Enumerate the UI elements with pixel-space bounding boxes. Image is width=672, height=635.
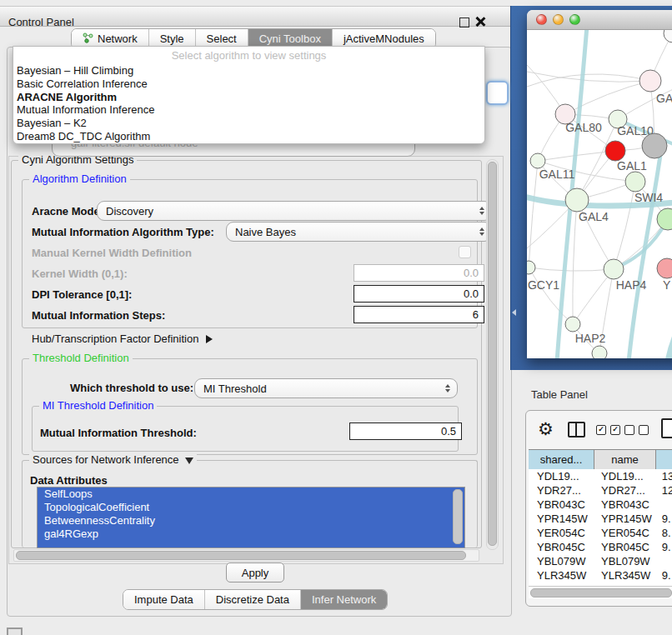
algorithm-option[interactable]: Mutual Information Inference — [13, 103, 484, 117]
expander-arrow-icon — [206, 335, 213, 343]
network-node[interactable] — [642, 133, 667, 158]
table-cell: YBR043C — [595, 498, 656, 512]
mi-type-select[interactable]: Naive Bayes — [226, 222, 492, 242]
kernel-width-field[interactable]: 0.0 — [354, 264, 484, 282]
table-panel: ⚙ ✓✓ shared...nameA YDL19...YDL19...13YD… — [525, 410, 672, 607]
column-header[interactable]: shared... — [529, 450, 594, 469]
table-cell: YBR045C — [595, 540, 656, 554]
minimized-panel-icon[interactable] — [7, 628, 23, 635]
table-cell — [656, 554, 672, 568]
table-row[interactable]: YPR145WYPR145W9. — [529, 512, 672, 526]
network-node-gal4[interactable] — [565, 188, 589, 212]
float-panel-icon[interactable] — [459, 18, 469, 28]
combo-stepper-icon — [479, 228, 484, 236]
network-node-gcy1[interactable] — [527, 261, 535, 274]
cyni-bottom-tabs: Impute DataDiscretize DataInfer Network — [123, 589, 388, 610]
network-node[interactable] — [592, 346, 607, 358]
table-cell: YDR27... — [595, 483, 656, 498]
manual-kernel-checkbox[interactable] — [459, 246, 471, 258]
table-row[interactable]: YBR043CYBR043C — [529, 498, 672, 512]
network-canvas[interactable]: GALGAL80GAL10GAL1GAL11SWI4GAL4GCY1HAP4YH… — [527, 30, 672, 358]
column-header[interactable]: name — [594, 450, 656, 469]
table-hscrollbar[interactable] — [529, 586, 672, 598]
aracne-mode-select[interactable]: Discovery — [97, 201, 492, 221]
settings-hscrollbar[interactable] — [13, 549, 479, 562]
network-node-y[interactable] — [657, 258, 672, 278]
settings-vscrollbar[interactable] — [486, 159, 499, 550]
combo-stepper-icon — [479, 207, 484, 215]
network-window-titlebar[interactable] — [527, 10, 672, 30]
table-hscrollbar-thumb[interactable] — [530, 588, 672, 598]
clear-all-checks-icon[interactable] — [624, 425, 649, 435]
column-header[interactable]: A — [656, 450, 672, 469]
close-window-icon[interactable] — [536, 14, 547, 25]
export-table-icon[interactable] — [661, 418, 672, 438]
panel-resize-grip[interactable] — [512, 309, 516, 316]
mi-steps-field[interactable]: 6 — [354, 306, 484, 323]
minimize-window-icon[interactable] — [553, 14, 564, 25]
focused-combo-button[interactable] — [486, 81, 509, 105]
network-node-gal[interactable] — [639, 70, 661, 92]
tab-infer-network[interactable]: Infer Network — [301, 590, 387, 609]
table-cell: YBL079W — [595, 554, 656, 568]
network-node-label: SWI4 — [634, 191, 663, 204]
network-node-hap4[interactable] — [604, 259, 624, 279]
network-node-label: GAL4 — [579, 210, 609, 223]
network-edge[interactable] — [529, 268, 573, 324]
gear-icon[interactable]: ⚙ — [538, 419, 554, 439]
network-edge[interactable] — [529, 268, 614, 271]
table-row[interactable]: YDL19...YDL19...13 — [529, 469, 672, 483]
network-node[interactable] — [664, 30, 672, 42]
table-row[interactable]: YBR045CYBR045C9. — [529, 540, 672, 554]
attribute-item[interactable]: gal4RGexp — [38, 528, 464, 541]
table-row[interactable]: YBL079WYBL079W — [529, 554, 672, 568]
table-rows: YDL19...YDL19...13YDR27...YDR27...12YBR0… — [529, 469, 672, 591]
combo-stepper-icon — [445, 384, 450, 392]
algorithm-option[interactable]: Bayesian – Hill Climbing — [13, 64, 484, 78]
mi-steps-value: 6 — [473, 308, 479, 321]
split-columns-icon[interactable] — [568, 422, 585, 438]
table-cell: YDR27... — [529, 483, 595, 498]
network-edge[interactable] — [573, 200, 577, 324]
threshold-definition-legend: Threshold Definition — [29, 352, 133, 364]
network-node-gal11[interactable] — [530, 153, 545, 168]
data-attributes-list[interactable]: SelfLoopsTopologicalCoefficientBetweenne… — [37, 487, 465, 548]
hub-definition-expander[interactable]: Hub/Transcription Factor Definition — [32, 332, 213, 345]
collapse-arrow-icon — [185, 458, 193, 464]
mi-threshold-field[interactable]: 0.5 — [349, 422, 462, 440]
attributes-scrollbar[interactable] — [453, 489, 463, 544]
tab-label: jActiveMNodules — [344, 32, 424, 45]
zoom-window-icon[interactable] — [569, 14, 580, 25]
kernel-width-label: Kernel Width (0,1): — [32, 268, 128, 280]
close-panel-icon[interactable] — [475, 17, 485, 27]
tab-label: Discretize Data — [216, 593, 289, 606]
select-all-checks-icon[interactable]: ✓✓ — [596, 425, 620, 435]
attribute-item[interactable]: TopologicalCoefficient — [38, 501, 464, 514]
sources-legend[interactable]: Sources for Network Inference — [29, 453, 197, 466]
algorithm-option[interactable]: Basic Correlation Inference — [13, 78, 484, 91]
table-row[interactable]: YLR345WYLR345W9. — [529, 568, 672, 582]
network-edge[interactable] — [529, 161, 538, 268]
network-node-gal1[interactable] — [605, 141, 625, 161]
network-node[interactable] — [657, 208, 672, 230]
network-node-hap2[interactable] — [565, 317, 580, 332]
algorithm-option[interactable]: ARACNE Algorithm — [13, 91, 484, 104]
algorithm-option[interactable]: Bayesian – K2 — [13, 117, 484, 130]
apply-button[interactable]: Apply — [226, 562, 284, 582]
table-row[interactable]: YER054CYER054C8. — [529, 526, 672, 540]
table-row[interactable]: YDR27...YDR27...12 — [529, 483, 672, 498]
network-tab-icon — [83, 32, 93, 46]
which-threshold-select[interactable]: MI Threshold — [194, 378, 458, 398]
network-view-window[interactable]: GALGAL80GAL10GAL1GAL11SWI4GAL4GCY1HAP4YH… — [527, 10, 672, 358]
attribute-item[interactable] — [38, 541, 464, 548]
hscrollbar-thumb[interactable] — [16, 551, 466, 560]
vscrollbar-thumb[interactable] — [488, 162, 497, 546]
dpi-tolerance-field[interactable]: 0.0 — [354, 285, 484, 302]
attribute-item[interactable]: BetweennessCentrality — [38, 514, 464, 528]
attribute-item[interactable]: SelfLoops — [38, 488, 464, 501]
tab-discretize-data[interactable]: Discretize Data — [205, 590, 301, 609]
tab-impute-data[interactable]: Impute Data — [123, 590, 205, 609]
network-node-swi4[interactable] — [625, 172, 645, 192]
algorithm-option[interactable]: Dream8 DC_TDC Algorithm — [13, 130, 484, 143]
aracne-mode-label: Aracne Mode: — [32, 205, 103, 218]
